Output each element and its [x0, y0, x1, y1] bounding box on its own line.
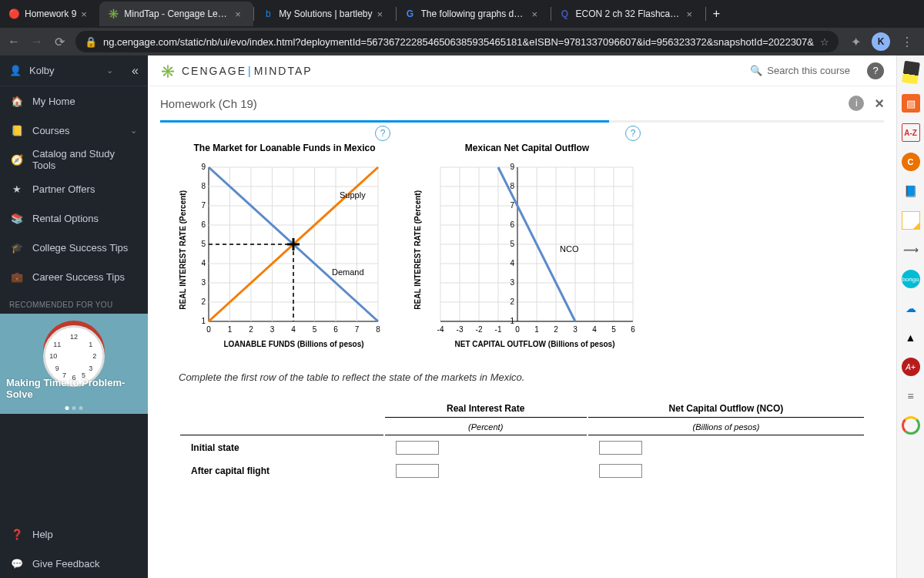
close-icon[interactable]: ×	[875, 95, 884, 113]
section-header: RECOMMENDED FOR YOU	[0, 291, 148, 314]
circle-icon[interactable]	[902, 416, 920, 435]
svg-text:1: 1	[228, 325, 233, 334]
onedrive-icon[interactable]: ☁	[902, 299, 920, 318]
svg-text:0: 0	[206, 325, 211, 334]
svg-text:-1: -1	[495, 325, 502, 334]
svg-text:-2: -2	[476, 325, 483, 334]
forward-button[interactable]: →	[29, 34, 45, 49]
nav-label: Catalog and Study Tools	[32, 148, 137, 171]
initial-rate-input[interactable]	[396, 441, 439, 455]
chart-title: The Market for Loanable Funds in Mexico	[179, 143, 390, 153]
svg-text:6: 6	[510, 220, 514, 229]
nav-help[interactable]: ❓ Help	[0, 519, 148, 549]
brand-header: ✳️ CENGAGE|MINDTAP 🔍 Search this course …	[148, 55, 896, 86]
answer-table: Real Interest Rate Net Capital Outflow (…	[179, 398, 865, 483]
info-icon[interactable]: i	[849, 96, 864, 111]
rss-icon[interactable]: ▧	[902, 94, 920, 113]
browser-tab[interactable]: 🔴 Homework 9 ×	[0, 2, 99, 26]
favicon-icon: b	[262, 8, 274, 20]
az-icon[interactable]: A-Z	[902, 123, 920, 142]
star-icon[interactable]: ☆	[820, 36, 829, 48]
wand-icon[interactable]: ⟿	[902, 240, 920, 259]
nav-label: Courses	[32, 125, 69, 136]
feedback-icon: 💬	[11, 558, 23, 570]
svg-text:9: 9	[510, 163, 514, 171]
nav-my-home[interactable]: 🏠 My Home	[0, 86, 148, 116]
y-axis-label: REAL INTEREST RATE (Percent)	[179, 190, 187, 310]
loanable-funds-chart: ? The Market for Loanable Funds in Mexic…	[179, 143, 390, 348]
initial-nco-input[interactable]	[599, 441, 642, 455]
book-icon[interactable]: 📘	[902, 182, 920, 200]
chart-svg[interactable]: Supply Demand 123456789 012345678	[190, 161, 390, 338]
browser-tab[interactable]: b My Solutions | bartleby ×	[254, 2, 395, 26]
svg-text:-4: -4	[437, 325, 444, 334]
svg-text:1: 1	[201, 317, 206, 325]
svg-text:4: 4	[510, 259, 514, 267]
reload-button[interactable]: ⟳	[52, 34, 68, 49]
highlighter-icon[interactable]	[902, 61, 920, 85]
nco-chart: ? Mexican Net Capital Outflow REAL INTER…	[413, 143, 641, 348]
promo-title: Making Time to Problem-Solve	[6, 377, 142, 400]
nav-feedback[interactable]: 💬 Give Feedback	[0, 549, 148, 578]
nav-courses[interactable]: 📒 Courses ⌄	[0, 116, 148, 145]
assignment-title: Homework (Ch 19)	[160, 97, 257, 110]
cengage-logo-icon: ✳️	[160, 64, 174, 78]
url-input[interactable]: 🔒 ng.cengage.com/static/nb/ui/evo/index.…	[75, 31, 839, 52]
browser-tab-bar: 🔴 Homework 9 × ✳️ MindTap - Cengage Lear…	[0, 0, 924, 28]
after-rate-input[interactable]	[396, 464, 439, 478]
extensions-icon[interactable]: ✦	[851, 35, 861, 49]
chart-svg[interactable]: NCO 123456789 -4-3-2-10123456	[425, 161, 641, 338]
browser-tab[interactable]: G The following graphs depict th ×	[397, 2, 551, 26]
chegg-icon[interactable]: C	[902, 153, 920, 171]
svg-text:2: 2	[510, 297, 514, 306]
main-content: ✳️ CENGAGE|MINDTAP 🔍 Search this course …	[148, 55, 896, 578]
sidebar: 👤 Kolby ⌄ « 🏠 My Home 📒 Courses ⌄ 🧭 Cata…	[0, 55, 148, 578]
nav-label: Help	[32, 529, 53, 540]
chart-help-icon[interactable]: ?	[375, 126, 390, 141]
browser-tab[interactable]: ✳️ MindTap - Cengage Learning ×	[99, 2, 253, 26]
close-icon[interactable]: ×	[81, 8, 92, 19]
search-course[interactable]: 🔍 Search this course	[750, 65, 850, 76]
x-axis-label: NET CAPITAL OUTFLOW (Billions of pesos)	[429, 340, 641, 348]
carousel-dots[interactable]	[65, 406, 83, 410]
after-nco-input[interactable]	[599, 464, 642, 478]
promo-card[interactable]: 12 1 2 3 11 10 9 5 6 7 Making Time to Pr…	[0, 314, 148, 414]
profile-avatar[interactable]: K	[872, 32, 890, 51]
svg-text:4: 4	[592, 325, 597, 334]
svg-text:5: 5	[201, 240, 206, 248]
nav-rental[interactable]: 📚 Rental Options	[0, 203, 148, 233]
svg-text:5: 5	[510, 240, 514, 248]
search-placeholder: Search this course	[767, 65, 850, 76]
user-icon: 👤	[9, 65, 22, 76]
nav-catalog[interactable]: 🧭 Catalog and Study Tools	[0, 145, 148, 174]
svg-text:8: 8	[510, 182, 514, 190]
back-button[interactable]: ←	[6, 34, 22, 49]
nav-label: Career Success Tips	[32, 271, 125, 283]
svg-text:3: 3	[270, 325, 275, 334]
bongo-icon[interactable]: bongo	[902, 270, 920, 288]
collapse-sidebar-button[interactable]: «	[132, 64, 139, 78]
nav-career-tips[interactable]: 💼 Career Success Tips	[0, 262, 148, 291]
user-menu[interactable]: 👤 Kolby ⌄ «	[0, 55, 148, 86]
svg-text:4: 4	[291, 325, 296, 334]
row-label: After capital flight	[180, 460, 383, 482]
chart-help-icon[interactable]: ?	[625, 126, 641, 141]
nav-partner-offers[interactable]: ★ Partner Offers	[0, 174, 148, 203]
menu-icon[interactable]: ⋮	[901, 35, 913, 49]
nav-label: College Success Tips	[32, 242, 128, 254]
nav-college-tips[interactable]: 🎓 College Success Tips	[0, 233, 148, 262]
notes-icon[interactable]	[902, 211, 920, 230]
gdrive-icon[interactable]: ▲	[902, 328, 920, 347]
nav-label: Rental Options	[32, 213, 99, 224]
outline-icon[interactable]: ≡	[902, 387, 920, 405]
browser-tab[interactable]: Q ECON 2 ch 32 Flashcards | Qu ×	[551, 2, 705, 26]
close-icon[interactable]: ×	[532, 8, 543, 19]
close-icon[interactable]: ×	[687, 8, 698, 19]
close-icon[interactable]: ×	[235, 8, 246, 19]
help-button[interactable]: ?	[867, 62, 884, 79]
help-icon: ❓	[11, 529, 23, 540]
new-tab-button[interactable]: +	[706, 3, 728, 25]
svg-text:7: 7	[355, 325, 360, 334]
close-icon[interactable]: ×	[377, 8, 388, 19]
aplus-icon[interactable]: A+	[902, 358, 920, 376]
